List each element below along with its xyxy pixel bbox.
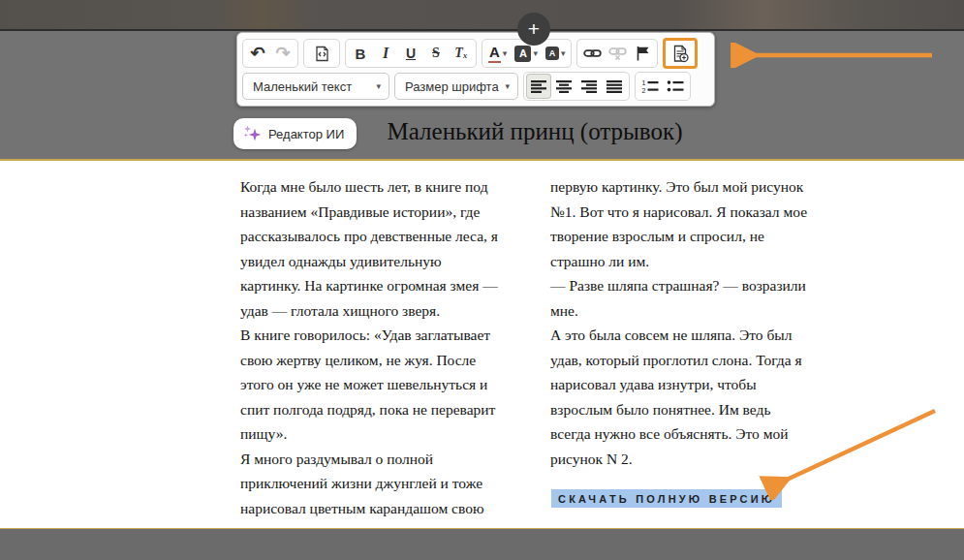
- bullet-list-icon: [667, 79, 684, 93]
- text-line: №1. Вот что я нарисовал. Я показал мое: [550, 200, 841, 225]
- toolbar-row-2: Маленький текст ▾ Размер шрифта ▾: [242, 71, 709, 102]
- text-line: взрослым было понятнее. Им ведь: [550, 397, 841, 422]
- align-right-icon: [581, 80, 598, 93]
- sparkles-icon: [243, 125, 262, 143]
- background-color-icon: A: [514, 46, 531, 62]
- align-center-icon: [556, 80, 573, 93]
- link-group: [576, 39, 658, 68]
- toolbar-row-1: ↶ ↷ B I U S Tₓ: [242, 38, 709, 69]
- text-line: названием «Правдивые истории», где: [240, 200, 531, 225]
- align-left-button[interactable]: [526, 74, 551, 99]
- text-line: свою жертву целиком, не жуя. После: [240, 348, 531, 373]
- text-line: рисунок N 2.: [550, 447, 841, 472]
- text-line: мне.: [550, 298, 841, 324]
- font-size-dropdown[interactable]: Размер шрифта ▾: [394, 73, 518, 100]
- editor-screen: + ↶ ↷ B I U S Tₓ: [0, 0, 964, 560]
- cover-image-strip: [0, 0, 964, 29]
- text-line: нарисовал удава изнутри, чтобы: [550, 372, 841, 397]
- bullet-list-button[interactable]: [663, 74, 688, 99]
- text-line: удав, который проглотил слона. Тогда я: [550, 348, 841, 373]
- source-code-button[interactable]: [306, 41, 337, 66]
- add-block-button[interactable]: +: [517, 13, 550, 46]
- ai-editor-button[interactable]: Редактор ИИ: [233, 118, 357, 149]
- list-group: 1 2: [635, 72, 691, 101]
- text-line: спит полгода подряд, пока не переварит: [240, 397, 531, 422]
- paragraph-style-value: Маленький текст: [253, 79, 352, 94]
- align-justify-button[interactable]: [602, 74, 627, 99]
- text-editor-toolbar: ↶ ↷ B I U S Tₓ: [236, 32, 715, 107]
- text-color-button[interactable]: A ▾: [484, 41, 511, 66]
- text-color-icon: A: [488, 44, 501, 62]
- text-line: этого он уже не может шевельнуться и: [240, 372, 531, 397]
- italic-button[interactable]: I: [373, 41, 398, 66]
- download-full-version-link[interactable]: СКАЧАТЬ ПОЛНУЮ ВЕРСИЮ: [551, 489, 782, 508]
- font-size-value: Размер шрифта: [405, 79, 499, 94]
- text-line: Я много раздумывал о полной: [240, 447, 531, 472]
- bold-button[interactable]: B: [348, 41, 373, 66]
- text-line: рассказывалось про девственные леса, я: [240, 224, 531, 249]
- text-line: приключений жизни джунглей и тоже: [240, 471, 531, 496]
- link-button[interactable]: [579, 41, 605, 66]
- text-line: А это была совсем не шляпа. Это был: [550, 323, 841, 348]
- text-line: увидел однажды удивительную: [240, 249, 531, 274]
- redo-button[interactable]: ↷: [270, 41, 295, 66]
- text-line: картинку. На картинке огромная змея —: [240, 273, 531, 298]
- chevron-down-icon: ▾: [533, 49, 538, 58]
- ordered-list-button[interactable]: 1 2: [637, 74, 663, 99]
- text-line: нарисовал цветным карандашом свою: [240, 496, 531, 521]
- unlink-icon: [608, 47, 627, 60]
- ai-editor-label: Редактор ИИ: [268, 127, 344, 141]
- text-line: творение взрослым и спросил, не: [550, 224, 841, 249]
- text-line: — Разве шляпа страшная? — возразили: [550, 273, 841, 298]
- block-style-color-button[interactable]: A ▾: [542, 41, 570, 66]
- chevron-down-icon: ▾: [561, 49, 566, 58]
- chevron-down-icon: ▾: [503, 49, 508, 58]
- document-add-icon: [671, 45, 690, 63]
- article-column-left[interactable]: Когда мне было шесть лет, в книге под на…: [240, 174, 531, 520]
- align-right-button[interactable]: [576, 74, 602, 99]
- alignment-group: [523, 72, 630, 101]
- source-code-icon: [314, 46, 330, 62]
- basic-format-group: B I U S Tₓ: [345, 39, 477, 68]
- text-line: всегда нужно все объяснять. Это мой: [550, 421, 841, 447]
- underline-button[interactable]: U: [398, 41, 423, 66]
- clear-format-button[interactable]: Tₓ: [449, 41, 474, 66]
- undo-button[interactable]: ↶: [245, 41, 270, 66]
- text-line: пищу».: [240, 421, 531, 447]
- block-style-color-icon: A: [545, 47, 559, 60]
- text-line: Когда мне было шесть лет, в книге под: [240, 174, 531, 200]
- align-left-icon: [531, 80, 547, 93]
- text-line: удав — глотала хищного зверя.: [240, 298, 531, 324]
- flag-icon: [636, 46, 650, 61]
- link-icon: [583, 47, 602, 59]
- history-group: ↶ ↷: [242, 39, 298, 68]
- anchor-button[interactable]: [630, 41, 655, 66]
- svg-text:2: 2: [642, 87, 646, 94]
- align-justify-icon: [606, 80, 623, 93]
- insert-template-button[interactable]: [663, 38, 698, 69]
- strikethrough-button[interactable]: S: [423, 41, 449, 66]
- text-line: В книге говорилось: «Удав заглатывает: [240, 323, 531, 348]
- article-column-right[interactable]: первую картинку. Это был мой рисунок №1.…: [550, 174, 841, 471]
- chevron-down-icon: ▾: [505, 82, 510, 91]
- unlink-button[interactable]: [605, 41, 630, 66]
- align-center-button[interactable]: [551, 74, 576, 99]
- text-line: страшно ли им.: [550, 249, 841, 274]
- paragraph-style-dropdown[interactable]: Маленький текст ▾: [242, 73, 389, 100]
- chevron-down-icon: ▾: [376, 82, 381, 91]
- next-block-band: [0, 528, 964, 560]
- source-group: [303, 39, 340, 68]
- ordered-list-icon: 1 2: [641, 79, 659, 93]
- text-line: первую картинку. Это был мой рисунок: [550, 174, 841, 200]
- svg-text:1: 1: [642, 79, 646, 86]
